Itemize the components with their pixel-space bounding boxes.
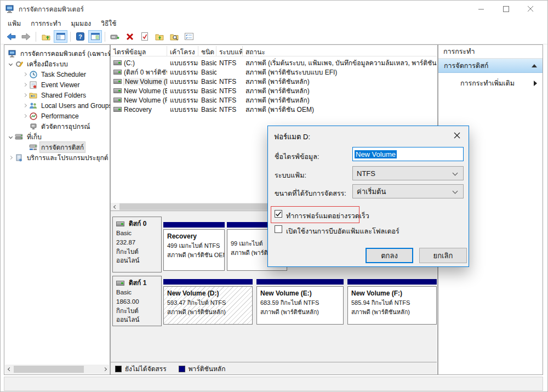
show-action-pane-button[interactable] [88,30,102,43]
performance-icon [28,112,38,120]
volume-row-efi[interactable]: (ดิสก์ 0 พาร์ติชัน 2) แบบธรรมดา Basic สภ… [111,67,437,77]
column-header-layout[interactable]: เค้าโครง [167,46,198,56]
menu-action[interactable]: การกระทำ [26,17,66,30]
collapse-arrow-icon[interactable] [532,64,537,67]
chevron-down-icon[interactable] [7,63,14,65]
allocation-unit-select[interactable]: ค่าเริ่มต้น [352,184,464,198]
tree-item-computer-management[interactable]: การจัดการคอมพิวเตอร์ (เฉพาะที่) [4,48,110,59]
chevron-right-icon[interactable] [21,73,28,76]
tree-item-services-applications[interactable]: บริการและโปรแกรมประยุกต์ [4,152,110,163]
allocation-field-label: ขนาดที่ได้รับการจัดสรร: [275,188,346,199]
tree-item-label: ที่เก็บ [26,132,43,142]
menu-bar: แฟ้ม การกระทำ มุมมอง วิธีใช้ [1,17,547,29]
back-button[interactable] [4,30,18,43]
partition-size: 499 เมกะไบต์ NTFS [167,241,221,251]
scroll-left-arrow[interactable] [111,203,119,211]
ok-button[interactable]: ตกลง [366,248,413,263]
expand-arrow-icon[interactable] [534,81,537,86]
column-header-volume[interactable]: ไดรฟ์ข้อมูล [111,46,167,56]
help-button[interactable]: ? [73,30,87,43]
tree-item-event-viewer[interactable]: Event Viewer [4,79,110,90]
properties-button[interactable] [138,30,151,43]
checklist-icon [185,33,193,40]
tree-item-device-manager[interactable]: ตัวจัดการอุปกรณ์ [4,121,110,132]
actions-disk-management-section[interactable]: การจัดการดิสก์ [438,59,543,73]
tree-item-disk-management[interactable]: การจัดการดิสก์ [4,142,110,152]
compression-checkbox[interactable] [275,225,282,233]
more-actions-item[interactable]: การกระทำเพิ่มเติม [438,76,543,90]
tree-item-label: Performance [40,112,80,120]
volume-status: สภาพดี (พาร์ติชันระบบแบบ EFI) [243,67,340,77]
disk-icon [116,281,124,286]
chevron-right-icon[interactable] [21,94,28,96]
column-header-type[interactable]: ชนิด [198,46,216,56]
menu-view[interactable]: มุมมอง [66,17,96,30]
column-header-filesystem[interactable]: ระบบแฟ้ม [216,46,243,56]
delete-x-icon [126,33,134,41]
partition-d-selected[interactable]: New Volume (D:) 593.47 กิกะไบต์ NTFS สภา… [163,279,253,325]
volume-row-recovery[interactable]: Recovery แบบธรรมดา Basic NTFS สภาพดี (พา… [111,105,437,114]
disk-name: ดิสก์ 1 [129,279,146,288]
chevron-down-icon[interactable] [7,135,14,138]
file-system-field-label: ระบบแฟ้ม: [275,170,306,181]
partition-recovery[interactable]: Recovery 499 เมกะไบต์ NTFS สภาพดี (พาร์ต… [163,222,225,271]
open-folder-button[interactable] [152,30,166,43]
dialog-close-button[interactable] [451,130,463,141]
column-header-status[interactable]: สถานะ [243,46,437,56]
partition-name: New Volume (E:) [260,288,340,298]
up-one-level-button[interactable] [39,30,53,43]
volume-label-input[interactable]: New Volume [352,147,464,161]
tree-item-system-tools[interactable]: เครื่องมือระบบ [4,59,110,69]
console-window-button[interactable] [108,30,122,43]
tree-item-shared-folders[interactable]: Shared Folders [4,90,110,100]
close-button[interactable] [518,1,543,17]
disk-icon [116,221,124,226]
volume-row-c[interactable]: (C:) แบบธรรมดา Basic NTFS สภาพดี (เริ่มต… [111,58,437,67]
partition-color-band [163,222,225,228]
tree-item-label-selected: การจัดการดิสก์ [40,142,85,152]
show-console-tree-button[interactable] [54,30,67,43]
volume-name: New Volume (E:) [124,87,167,95]
tree-horizontal-scrollbar[interactable] [5,365,109,374]
legend-primary-partition: พาร์ติชันหลัก [179,363,226,374]
tree-item-task-scheduler[interactable]: Task Scheduler [4,69,110,79]
volume-layout: แบบธรรมดา [167,58,198,67]
volume-type: Basic [198,69,216,76]
volume-row-e[interactable]: New Volume (E:) แบบธรรมดา Basic NTFS สภา… [111,86,437,95]
scrollbar-thumb[interactable] [14,366,84,373]
file-system-select[interactable]: NTFS [352,166,464,180]
partition-color-band [347,279,437,285]
maximize-button[interactable] [494,1,518,17]
volume-row-d[interactable]: New Volume (D:) แบบธรรมดา Basic NTFS สภา… [111,77,437,86]
tree-item-storage[interactable]: ที่เก็บ [4,132,110,142]
tree-item-performance[interactable]: Performance [4,111,110,121]
console-tree: การจัดการคอมพิวเตอร์ (เฉพาะที่) เครื่องม… [4,48,110,163]
open-folder-icon [155,33,164,41]
volume-name: New Volume (D:) [124,78,167,86]
disk-0-label[interactable]: ดิสก์ 0 Basic 232.87 กิกะไบต์ ออนไลน์ [112,217,162,272]
forward-button[interactable] [19,30,33,43]
customize-list-button[interactable] [182,30,196,43]
volume-layout: แบบธรรมดา [167,86,198,95]
partition-e[interactable]: New Volume (E:) 683.59 กิกะไบต์ NTFS สภา… [256,279,344,325]
chevron-right-icon[interactable] [21,83,28,86]
volume-row-f[interactable]: New Volume (F:) แบบธรรมดา Basic NTFS สภา… [111,95,437,105]
menu-help[interactable]: วิธีใช้ [96,17,121,30]
tree-item-local-users-groups[interactable]: Local Users and Groups [4,100,110,111]
explore-folder-button[interactable] [167,30,181,43]
scroll-right-arrow[interactable] [100,365,109,374]
disk-size: 232.87 กิกะไบต์ [116,238,158,256]
partition-f[interactable]: New Volume (F:) 585.94 กิกะไบต์ NTFS สภา… [347,279,437,325]
delete-button[interactable] [123,30,136,43]
chevron-right-icon[interactable] [7,156,14,159]
disk-1-label[interactable]: ดิสก์ 1 Basic 1863.00 กิกะไบต์ ออนไลน์ [112,276,162,326]
menu-file[interactable]: แฟ้ม [3,17,26,30]
quick-format-checkbox[interactable] [275,210,282,218]
cancel-button[interactable]: ยกเลิก [419,248,467,263]
chevron-right-icon[interactable] [21,115,28,117]
chevron-right-icon[interactable] [21,104,28,107]
volume-icon [113,60,122,65]
minimize-button[interactable] [469,1,494,17]
volume-layout: แบบธรรมดา [167,105,198,114]
scroll-left-arrow[interactable] [5,365,14,374]
